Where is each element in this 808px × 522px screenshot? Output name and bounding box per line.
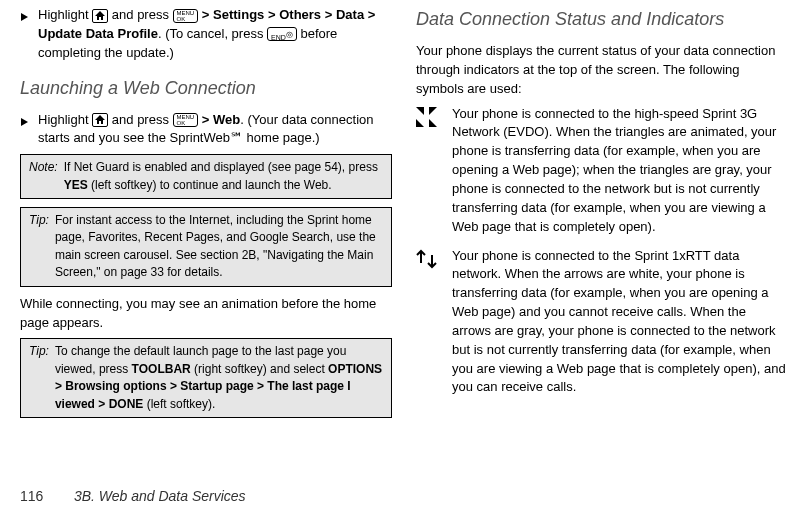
para-status-intro: Your phone displays the current status o… [416, 42, 788, 99]
page-number: 116 [20, 486, 70, 506]
bullet-update-profile: Highlight and press MENUOK > Settings > … [20, 6, 392, 63]
callout-label: Tip: [29, 343, 49, 413]
bullet-launch-web: Highlight and press MENUOK > Web. (Your … [20, 111, 392, 149]
svg-marker-0 [21, 13, 28, 21]
home-icon [92, 113, 108, 127]
home-icon [92, 9, 108, 23]
svg-marker-4 [416, 107, 424, 115]
section-title: 3B. Web and Data Services [74, 488, 246, 504]
callout-text: For instant access to the Internet, incl… [55, 212, 383, 282]
svg-marker-2 [21, 118, 28, 126]
svg-marker-7 [429, 119, 437, 127]
evdo-icon [416, 107, 438, 237]
heading-data-status: Data Connection Status and Indicators [416, 6, 788, 32]
bullet-text: Highlight and press MENUOK > Web. (Your … [38, 111, 392, 149]
tip-default-page: Tip: To change the default launch page t… [20, 338, 392, 418]
onexrtt-icon [416, 249, 438, 398]
callout-label: Tip: [29, 212, 49, 282]
end-icon: END◎ [267, 27, 297, 41]
right-column: Data Connection Status and Indicators Yo… [416, 6, 788, 468]
heading-launching-web: Launching a Web Connection [20, 75, 392, 101]
callout-text: To change the default launch page to the… [55, 343, 383, 413]
svg-marker-6 [416, 119, 424, 127]
para-connecting: While connecting, you may see an animati… [20, 295, 392, 333]
left-column: Highlight and press MENUOK > Settings > … [20, 6, 392, 468]
tip-instant-access: Tip: For instant access to the Internet,… [20, 207, 392, 287]
menu-ok-icon: MENUOK [173, 9, 199, 23]
svg-marker-5 [429, 107, 437, 115]
menu-ok-icon: MENUOK [173, 113, 199, 127]
callout-label: Note: [29, 159, 58, 194]
status-row-1xrtt: Your phone is connected to the Sprint 1x… [416, 247, 788, 398]
bullet-marker-icon [20, 9, 30, 63]
bullet-text: Highlight and press MENUOK > Settings > … [38, 6, 392, 63]
bullet-marker-icon [20, 114, 30, 149]
status-text: Your phone is connected to the high-spee… [452, 105, 788, 237]
status-text: Your phone is connected to the Sprint 1x… [452, 247, 788, 398]
callout-text: If Net Guard is enabled and displayed (s… [64, 159, 383, 194]
svg-marker-3 [95, 115, 105, 124]
status-row-evdo: Your phone is connected to the high-spee… [416, 105, 788, 237]
note-net-guard: Note: If Net Guard is enabled and displa… [20, 154, 392, 199]
page-footer: 116 3B. Web and Data Services [20, 486, 788, 506]
svg-marker-1 [95, 11, 105, 20]
